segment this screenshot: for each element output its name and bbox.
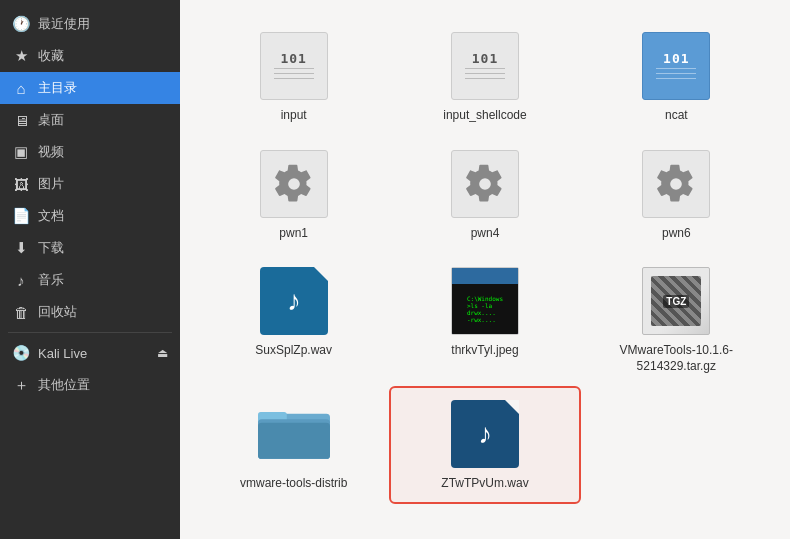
file-icon-thrkvtyl: C:\Windows >ls -la drwx.... -rwx.... <box>449 265 521 337</box>
sidebar-item-favorites[interactable]: ★ 收藏 <box>0 40 180 72</box>
file-label-pwn4: pwn4 <box>471 226 500 242</box>
file-label-ztwtp: ZTwTPvUm.wav <box>441 476 528 492</box>
file-label-input: input <box>281 108 307 124</box>
sidebar-item-other[interactable]: ＋ 其他位置 <box>0 369 180 401</box>
file-item-vmwaretools[interactable]: TGZ VMwareTools-10.1.6-5214329.tar.gz <box>583 255 770 384</box>
sidebar-item-home[interactable]: ⌂ 主目录 <box>0 72 180 104</box>
sidebar-item-download[interactable]: ⬇ 下载 <box>0 232 180 264</box>
file-icon-suxsplzp: ♪ <box>258 265 330 337</box>
file-item-pwn6[interactable]: pwn6 <box>583 138 770 252</box>
sidebar: 🕐 最近使用 ★ 收藏 ⌂ 主目录 🖥 桌面 ▣ 视频 🖼 图片 📄 文档 ⬇ … <box>0 0 180 539</box>
sidebar-item-video[interactable]: ▣ 视频 <box>0 136 180 168</box>
file-label-input-shellcode: input_shellcode <box>443 108 526 124</box>
download-icon: ⬇ <box>12 239 30 257</box>
file-label-ncat: ncat <box>665 108 688 124</box>
sidebar-label-download: 下载 <box>38 239 64 257</box>
file-item-input[interactable]: 101 input <box>200 20 387 134</box>
folder-svg <box>258 404 330 464</box>
sidebar-label-document: 文档 <box>38 207 64 225</box>
file-icon-pwn1 <box>258 148 330 220</box>
file-icon-vmwaretools: TGZ <box>640 265 712 337</box>
trash-icon: 🗑 <box>12 303 30 321</box>
file-label-vmwaretools: VMwareTools-10.1.6-5214329.tar.gz <box>616 343 736 374</box>
clock-icon: 🕐 <box>12 15 30 33</box>
star-icon: ★ <box>12 47 30 65</box>
sidebar-label-desktop: 桌面 <box>38 111 64 129</box>
file-icon-input: 101 <box>258 30 330 102</box>
file-grid: 101 input 101 <box>180 0 790 539</box>
sidebar-label-home: 主目录 <box>38 79 77 97</box>
photo-icon: 🖼 <box>12 175 30 193</box>
gear-svg-pwn4 <box>465 164 505 204</box>
sidebar-label-photo: 图片 <box>38 175 64 193</box>
sidebar-label-video: 视频 <box>38 143 64 161</box>
tgz-label: TGZ <box>663 295 689 308</box>
sidebar-item-desktop[interactable]: 🖥 桌面 <box>0 104 180 136</box>
file-icon-ztwtp: ♪ <box>449 398 521 470</box>
sidebar-label-music: 音乐 <box>38 271 64 289</box>
svg-rect-3 <box>258 423 330 459</box>
sidebar-item-recent[interactable]: 🕐 最近使用 <box>0 8 180 40</box>
file-label-thrkvtyl: thrkvTyl.jpeg <box>451 343 518 359</box>
doc-icon: 📄 <box>12 207 30 225</box>
file-item-ncat[interactable]: 101 ncat <box>583 20 770 134</box>
music-note-icon: ♪ <box>287 285 301 317</box>
sidebar-divider <box>8 332 172 333</box>
file-item-ztwtp[interactable]: ♪ ZTwTPvUm.wav <box>391 388 578 502</box>
file-icon-pwn4 <box>449 148 521 220</box>
file-item-input-shellcode[interactable]: 101 input_shellcode <box>391 20 578 134</box>
sidebar-label-kali: Kali Live <box>38 346 87 361</box>
file-label-suxsplzp: SuxSplZp.wav <box>255 343 332 359</box>
desktop-icon: 🖥 <box>12 111 30 129</box>
gear-svg-pwn6 <box>656 164 696 204</box>
sidebar-item-kali[interactable]: 💿 Kali Live ⏏ <box>0 337 180 369</box>
file-label-vmware-tools-distrib: vmware-tools-distrib <box>240 476 347 492</box>
sidebar-label-favorites: 收藏 <box>38 47 64 65</box>
music-icon: ♪ <box>12 271 30 289</box>
file-item-suxsplzp[interactable]: ♪ SuxSplZp.wav <box>200 255 387 384</box>
disk-icon: 💿 <box>12 344 30 362</box>
file-item-pwn4[interactable]: pwn4 <box>391 138 578 252</box>
file-icon-pwn6 <box>640 148 712 220</box>
file-item-thrkvtyl[interactable]: C:\Windows >ls -la drwx.... -rwx.... thr… <box>391 255 578 384</box>
sidebar-label-recent: 最近使用 <box>38 15 90 33</box>
video-icon: ▣ <box>12 143 30 161</box>
file-item-vmware-tools-distrib[interactable]: vmware-tools-distrib <box>200 388 387 502</box>
sidebar-item-trash[interactable]: 🗑 回收站 <box>0 296 180 328</box>
file-label-pwn1: pwn1 <box>279 226 308 242</box>
file-icon-ncat: 101 <box>640 30 712 102</box>
main-content: 101 input 101 <box>180 0 790 539</box>
plus-icon: ＋ <box>12 376 30 394</box>
file-label-pwn6: pwn6 <box>662 226 691 242</box>
sidebar-item-photo[interactable]: 🖼 图片 <box>0 168 180 200</box>
sidebar-item-document[interactable]: 📄 文档 <box>0 200 180 232</box>
file-icon-vmware-folder <box>258 398 330 470</box>
music-note-icon-2: ♪ <box>478 418 492 450</box>
sidebar-label-trash: 回收站 <box>38 303 77 321</box>
sidebar-label-other: 其他位置 <box>38 376 90 394</box>
sidebar-item-music[interactable]: ♪ 音乐 <box>0 264 180 296</box>
gear-svg <box>274 164 314 204</box>
eject-icon: ⏏ <box>157 346 168 360</box>
file-icon-input-shellcode: 101 <box>449 30 521 102</box>
home-icon: ⌂ <box>12 79 30 97</box>
file-item-pwn1[interactable]: pwn1 <box>200 138 387 252</box>
